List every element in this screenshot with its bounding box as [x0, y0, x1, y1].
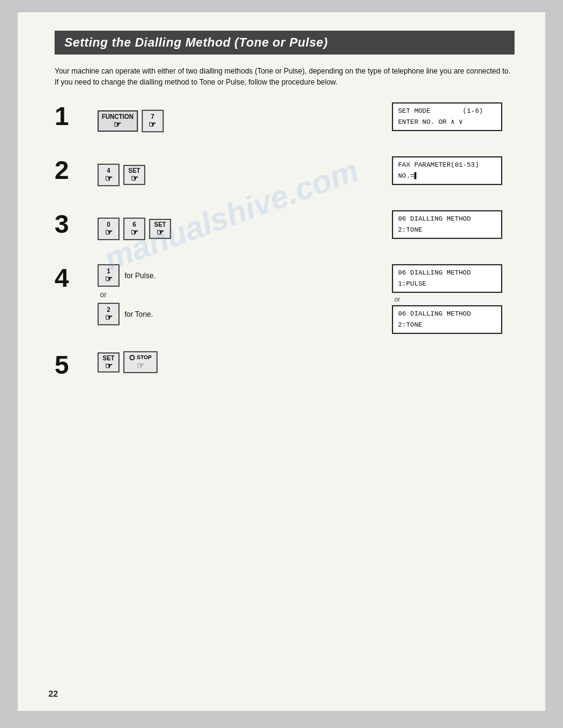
step-5-row: 5 SET ☞ STOP ☞: [55, 351, 515, 378]
lcd-s3-line-1: 06 DIALLING METHOD: [398, 214, 496, 225]
key-4-label: 4: [107, 167, 110, 174]
step-4-tone-line: 2 ☞ for Tone.: [98, 303, 153, 325]
step-4-row: 4 1 ☞ for Pulse. or 2 ☞ for Tone.: [55, 264, 515, 334]
lcd-line-2: ENTER NO. OR ∧ ∨: [398, 117, 496, 128]
stop-circle-icon: [129, 355, 135, 360]
function-label: FUNCTION: [102, 113, 134, 120]
function-button[interactable]: FUNCTION ☞: [98, 110, 138, 132]
lcd-s3-line-2: 2:TONE: [398, 225, 496, 236]
step-4-number: 4: [55, 265, 85, 291]
key-6-button[interactable]: 6 ☞: [123, 218, 145, 240]
key-6-label: 6: [132, 221, 136, 228]
key-2-button[interactable]: 2 ☞: [98, 303, 120, 325]
step-4-lcd-pulse: 06 DIALLING METHOD 1:PULSE: [392, 264, 502, 293]
set-label-3: SET: [154, 221, 166, 228]
set-button-3[interactable]: SET ☞: [149, 219, 171, 239]
lcd-s4t-line-2: 2:TONE: [398, 320, 496, 331]
step-5-number: 5: [55, 352, 85, 378]
key-0-finger-icon: ☞: [105, 228, 113, 237]
lcd-s2-line-2: NO.=▌: [398, 171, 496, 182]
or-label-1: or: [100, 290, 107, 299]
step-1-display: SET MODE (1-6) ENTER NO. OR ∧ ∨: [392, 102, 502, 131]
key-4-button[interactable]: 4 ☞: [98, 164, 120, 186]
page-number: 22: [48, 689, 58, 699]
key-2-finger-icon: ☞: [105, 313, 113, 322]
page: manualshive.com Setting the Dialling Met…: [18, 12, 545, 711]
key-0-label: 0: [107, 221, 110, 228]
step-1-lcd: SET MODE (1-6) ENTER NO. OR ∧ ∨: [392, 102, 502, 131]
step-2-number: 2: [55, 157, 85, 183]
key-4-finger-icon: ☞: [105, 174, 113, 183]
key-1-finger-icon: ☞: [105, 275, 113, 283]
step-5-content: SET ☞ STOP ☞: [98, 351, 158, 373]
set-label-2: SET: [128, 167, 140, 174]
step-2-lcd: FAX PARAMETER(01-53) NO.=▌: [392, 156, 502, 185]
step-4-lcd-tone: 06 DIALLING METHOD 2:TONE: [392, 305, 502, 334]
lcd-s4p-line-2: 1:PULSE: [398, 279, 496, 290]
set-button-2[interactable]: SET ☞: [123, 165, 145, 185]
step-1-row: 1 FUNCTION ☞ 7 ☞ SET MODE (1-6) ENTER NO…: [55, 102, 515, 139]
key-1-button[interactable]: 1 ☞: [98, 264, 120, 287]
page-title: Setting the Dialling Method (Tone or Pul…: [55, 31, 515, 55]
function-finger-icon: ☞: [113, 120, 121, 129]
set-finger-icon-5: ☞: [105, 362, 113, 370]
step-3-content: 0 ☞ 6 ☞ SET ☞: [98, 210, 380, 247]
lcd-line-1: SET MODE (1-6): [398, 106, 496, 117]
set-finger-icon-2: ☞: [131, 174, 139, 183]
for-tone-text: for Tone.: [124, 310, 153, 319]
set-finger-icon-3: ☞: [156, 228, 164, 237]
step-4-pulse-line: 1 ☞ for Pulse.: [98, 264, 156, 287]
for-pulse-text: for Pulse.: [124, 271, 156, 280]
step-1-content: FUNCTION ☞ 7 ☞: [98, 102, 380, 139]
key-7-finger-icon: ☞: [148, 120, 156, 129]
intro-text: Your machine can operate with either of …: [55, 66, 515, 88]
step-2-display: FAX PARAMETER(01-53) NO.=▌: [392, 156, 502, 185]
step-4-content: 1 ☞ for Pulse. or 2 ☞ for Tone.: [98, 264, 380, 325]
stop-button[interactable]: STOP ☞: [123, 351, 158, 373]
step-1-number: 1: [55, 104, 85, 129]
lcd-s4t-line-1: 06 DIALLING METHOD: [398, 309, 496, 320]
stop-finger-icon: ☞: [137, 360, 145, 370]
stop-label: STOP: [137, 354, 151, 360]
step-4-display: 06 DIALLING METHOD 1:PULSE or 06 DIALLIN…: [392, 264, 502, 334]
step-3-row: 3 0 ☞ 6 ☞ SET ☞ 06 DIALLING METHOD 2:TON…: [55, 210, 515, 247]
lcd-s4p-line-1: 06 DIALLING METHOD: [398, 268, 496, 279]
lcd-s2-line-1: FAX PARAMETER(01-53): [398, 160, 496, 171]
step-3-display: 06 DIALLING METHOD 2:TONE: [392, 210, 502, 239]
key-6-finger-icon: ☞: [131, 228, 139, 237]
step-3-lcd: 06 DIALLING METHOD 2:TONE: [392, 210, 502, 239]
step-2-row: 2 4 ☞ SET ☞ FAX PARAMETER(01-53) NO.=▌: [55, 156, 515, 193]
key-0-button[interactable]: 0 ☞: [98, 218, 120, 240]
set-button-5[interactable]: SET ☞: [98, 352, 120, 373]
step-2-content: 4 ☞ SET ☞: [98, 156, 380, 193]
step-3-number: 3: [55, 211, 85, 237]
key-7-button[interactable]: 7 ☞: [142, 110, 164, 132]
key-7-label: 7: [151, 113, 155, 120]
or-label-2: or: [392, 295, 502, 303]
